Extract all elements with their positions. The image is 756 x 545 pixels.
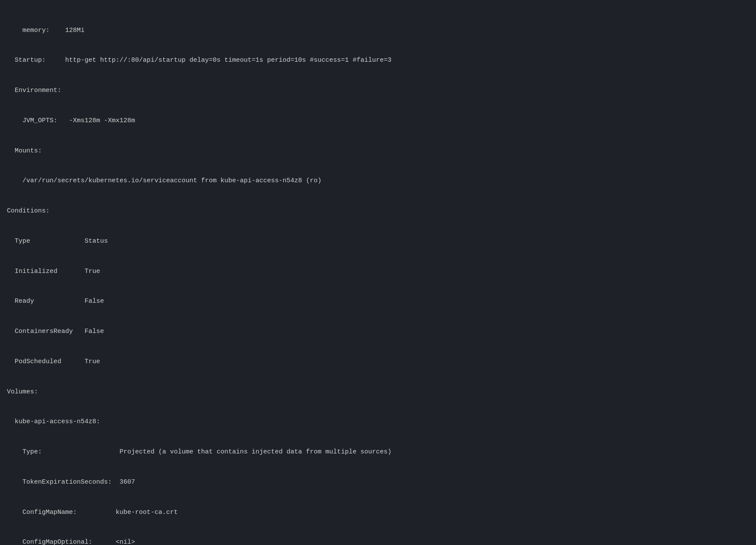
line-cond-initialized: Initialized True bbox=[7, 266, 749, 276]
line-cond-header: Type Status bbox=[7, 236, 749, 246]
line-vol-configopt: ConfigMapOptional: <nil> bbox=[7, 537, 749, 545]
line-environment: Environment: bbox=[7, 86, 749, 95]
line-cond-pod: PodScheduled True bbox=[7, 357, 749, 367]
line-vol-configmap: ConfigMapName: kube-root-ca.crt bbox=[7, 507, 749, 517]
line-memory: memory: 128Mi bbox=[7, 25, 749, 35]
line-vol-name: kube-api-access-n54z8: bbox=[7, 417, 749, 427]
line-cond-containers: ContainersReady False bbox=[7, 326, 749, 336]
line-startup: Startup: http-get http://:80/api/startup… bbox=[7, 55, 749, 65]
line-mounts: Mounts: bbox=[7, 146, 749, 156]
line-volumes: Volumes: bbox=[7, 387, 749, 397]
line-jvm-opts: JVM_OPTS: -Xms128m -Xmx128m bbox=[7, 116, 749, 126]
line-vol-token: TokenExpirationSeconds: 3607 bbox=[7, 477, 749, 487]
line-vol-type: Type: Projected (a volume that contains … bbox=[7, 447, 749, 457]
line-conditions: Conditions: bbox=[7, 206, 749, 216]
terminal-output: memory: 128Mi Startup: http-get http://:… bbox=[7, 5, 749, 545]
line-mounts-path: /var/run/secrets/kubernetes.io/serviceac… bbox=[7, 176, 749, 186]
line-cond-ready: Ready False bbox=[7, 296, 749, 306]
